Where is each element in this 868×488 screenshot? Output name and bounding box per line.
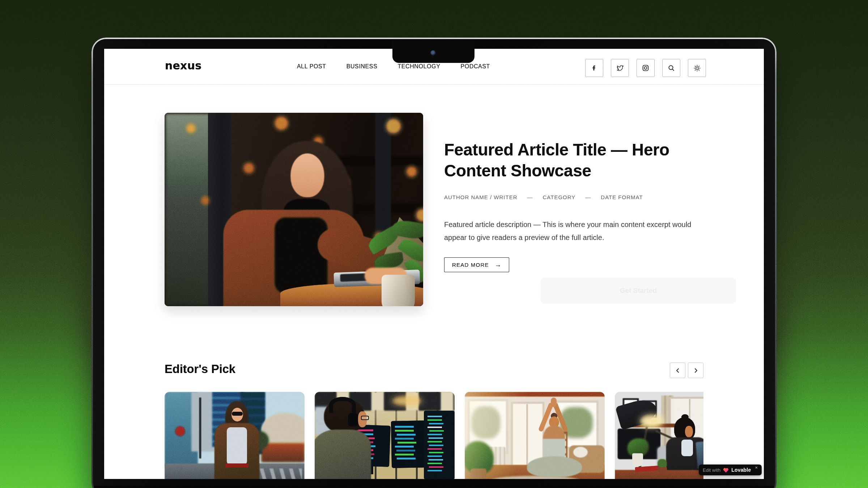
lovable-heart-icon bbox=[723, 467, 729, 473]
twitter-icon bbox=[616, 64, 624, 72]
instagram-icon bbox=[642, 64, 649, 72]
editors-pick-card-home-office[interactable] bbox=[615, 392, 703, 479]
laptop-screen: nexus ALL POST BUSINESS TECHNOLOGY PODCA… bbox=[104, 49, 764, 479]
meta-separator: — bbox=[585, 194, 591, 200]
search-icon bbox=[668, 64, 675, 72]
editors-pick-card-yoga[interactable] bbox=[465, 392, 605, 479]
read-more-label: READ MORE bbox=[452, 262, 489, 268]
instagram-button[interactable] bbox=[637, 59, 655, 77]
nav-all-post[interactable]: ALL POST bbox=[297, 64, 326, 69]
edit-with-lovable-badge[interactable]: Edit with Lovable × bbox=[699, 465, 762, 475]
meta-separator: — bbox=[527, 194, 533, 200]
author-name[interactable]: AUTHOR NAME / WRITER bbox=[444, 194, 518, 200]
date-label: DATE FORMAT bbox=[601, 194, 643, 200]
ghost-get-started-button: Get Started bbox=[541, 278, 736, 304]
carousel-prev-button[interactable] bbox=[670, 363, 685, 378]
featured-description: Featured article description — This is w… bbox=[444, 218, 715, 244]
search-button[interactable] bbox=[662, 59, 680, 77]
badge-close-icon[interactable]: × bbox=[755, 466, 758, 470]
carousel-next-button[interactable] bbox=[688, 363, 703, 378]
nav-podcast[interactable]: PODCAST bbox=[460, 64, 490, 69]
editors-pick-card-developer[interactable] bbox=[315, 392, 455, 479]
badge-prefix: Edit with bbox=[703, 467, 720, 473]
code-lines bbox=[395, 426, 414, 428]
nav-business[interactable]: BUSINESS bbox=[346, 64, 378, 69]
headphones bbox=[329, 397, 356, 413]
facebook-button[interactable] bbox=[585, 59, 603, 77]
desktop-background: nexus ALL POST BUSINESS TECHNOLOGY PODCA… bbox=[0, 0, 868, 488]
theme-toggle-button[interactable] bbox=[688, 59, 706, 77]
facebook-icon bbox=[591, 64, 598, 72]
site-logo[interactable]: nexus bbox=[165, 60, 201, 72]
arrow-right-icon: → bbox=[495, 261, 501, 269]
main-nav: ALL POST BUSINESS TECHNOLOGY PODCAST bbox=[297, 64, 490, 69]
glasses bbox=[361, 416, 369, 420]
editors-pick-heading: Editor's Pick bbox=[165, 362, 235, 376]
header-icon-bar bbox=[585, 59, 706, 77]
header-divider bbox=[104, 84, 764, 85]
category-label[interactable]: CATEGORY bbox=[543, 194, 576, 200]
editors-pick-carousel bbox=[165, 392, 703, 479]
read-more-button[interactable]: READ MORE → bbox=[444, 257, 509, 272]
featured-article-title[interactable]: Featured Article Title — Hero Content Sh… bbox=[444, 139, 694, 181]
code-lines bbox=[427, 416, 442, 417]
laptop-notch bbox=[392, 39, 475, 63]
laptop-hinge bbox=[93, 486, 775, 488]
featured-hero-image[interactable] bbox=[165, 113, 423, 306]
laptop-mockup: nexus ALL POST BUSINESS TECHNOLOGY PODCA… bbox=[92, 38, 776, 488]
nav-technology[interactable]: TECHNOLOGY bbox=[397, 64, 440, 69]
laptop-bezel: nexus ALL POST BUSINESS TECHNOLOGY PODCA… bbox=[93, 39, 775, 488]
twitter-button[interactable] bbox=[611, 59, 629, 77]
chevron-left-icon bbox=[675, 368, 680, 373]
theme-sun-icon bbox=[693, 64, 701, 72]
chevron-right-icon bbox=[693, 368, 698, 373]
webcam-icon bbox=[430, 50, 436, 56]
badge-brand: Lovable bbox=[731, 467, 751, 473]
featured-meta: AUTHOR NAME / WRITER — CATEGORY — DATE F… bbox=[444, 194, 643, 200]
editors-pick-card-street-style[interactable] bbox=[165, 392, 305, 479]
carousel-controls bbox=[670, 363, 703, 378]
sunglasses bbox=[232, 412, 243, 416]
